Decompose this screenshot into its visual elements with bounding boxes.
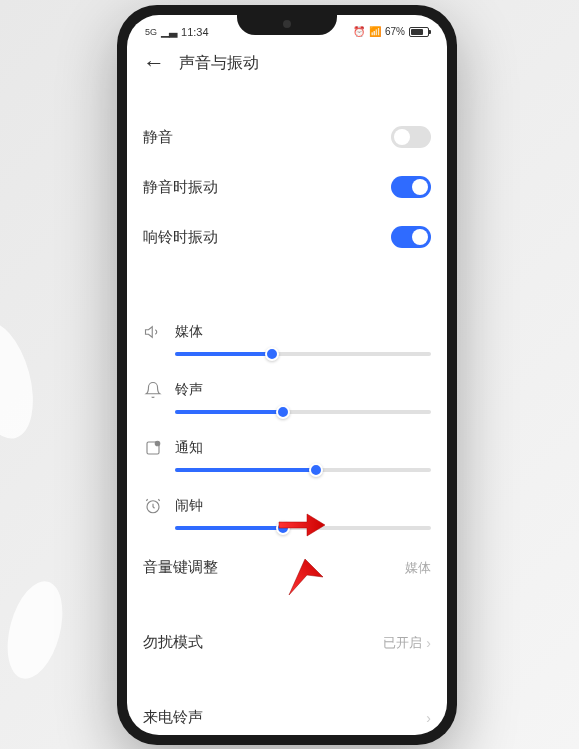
alarm-slider-label: 闹钟 bbox=[175, 497, 203, 515]
volume-key-value: 媒体 bbox=[405, 559, 431, 577]
status-time: 11:34 bbox=[181, 26, 209, 38]
bell-icon bbox=[143, 380, 163, 400]
vibrate-mute-toggle[interactable] bbox=[391, 176, 431, 198]
dnd-label: 勿扰模式 bbox=[143, 633, 203, 652]
phone-frame: 5G ▁▃ 11:34 ⏰ 📶 67% ← 声音与振动 静音 bbox=[117, 5, 457, 745]
title-bar: ← 声音与振动 bbox=[127, 42, 447, 88]
network-icon: 5G bbox=[145, 27, 157, 37]
incoming-ringtone-row[interactable]: 来电铃声 › bbox=[143, 692, 431, 735]
chevron-right-icon: › bbox=[426, 710, 431, 726]
incoming-ringtone-label: 来电铃声 bbox=[143, 708, 203, 727]
alarm-slider-section: 闹钟 bbox=[143, 484, 431, 542]
signal-strength-icon: ▁▃ bbox=[161, 25, 177, 38]
svg-point-1 bbox=[155, 441, 160, 446]
mute-toggle[interactable] bbox=[391, 126, 431, 148]
dnd-row[interactable]: 勿扰模式 已开启 › bbox=[143, 617, 431, 668]
volume-key-label: 音量键调整 bbox=[143, 558, 218, 577]
mute-label: 静音 bbox=[143, 128, 173, 147]
chevron-right-icon: › bbox=[426, 635, 431, 651]
media-slider-label: 媒体 bbox=[175, 323, 203, 341]
mute-row: 静音 bbox=[143, 112, 431, 162]
vibrate-ring-toggle[interactable] bbox=[391, 226, 431, 248]
ringtone-slider-section: 铃声 bbox=[143, 368, 431, 426]
volume-key-row[interactable]: 音量键调整 媒体 bbox=[143, 542, 431, 593]
alarm-status-icon: ⏰ bbox=[353, 26, 365, 37]
ringtone-slider[interactable] bbox=[175, 410, 431, 414]
phone-notch bbox=[237, 15, 337, 35]
notification-slider[interactable] bbox=[175, 468, 431, 472]
battery-percent: 67% bbox=[385, 26, 405, 37]
ringtone-slider-label: 铃声 bbox=[175, 381, 203, 399]
dnd-value: 已开启 bbox=[383, 634, 422, 652]
notification-slider-label: 通知 bbox=[175, 439, 203, 457]
page-title: 声音与振动 bbox=[179, 53, 259, 74]
clock-icon bbox=[143, 496, 163, 516]
vibrate-mute-row: 静音时振动 bbox=[143, 162, 431, 212]
battery-icon bbox=[409, 27, 429, 37]
message-icon bbox=[143, 438, 163, 458]
media-slider[interactable] bbox=[175, 352, 431, 356]
speaker-icon bbox=[143, 322, 163, 342]
vibrate-mute-label: 静音时振动 bbox=[143, 178, 218, 197]
media-slider-section: 媒体 bbox=[143, 310, 431, 368]
back-button[interactable]: ← bbox=[143, 52, 165, 74]
wifi-icon: 📶 bbox=[369, 26, 381, 37]
notification-slider-section: 通知 bbox=[143, 426, 431, 484]
vibrate-ring-label: 响铃时振动 bbox=[143, 228, 218, 247]
phone-screen: 5G ▁▃ 11:34 ⏰ 📶 67% ← 声音与振动 静音 bbox=[127, 15, 447, 735]
vibrate-ring-row: 响铃时振动 bbox=[143, 212, 431, 262]
alarm-slider[interactable] bbox=[175, 526, 431, 530]
